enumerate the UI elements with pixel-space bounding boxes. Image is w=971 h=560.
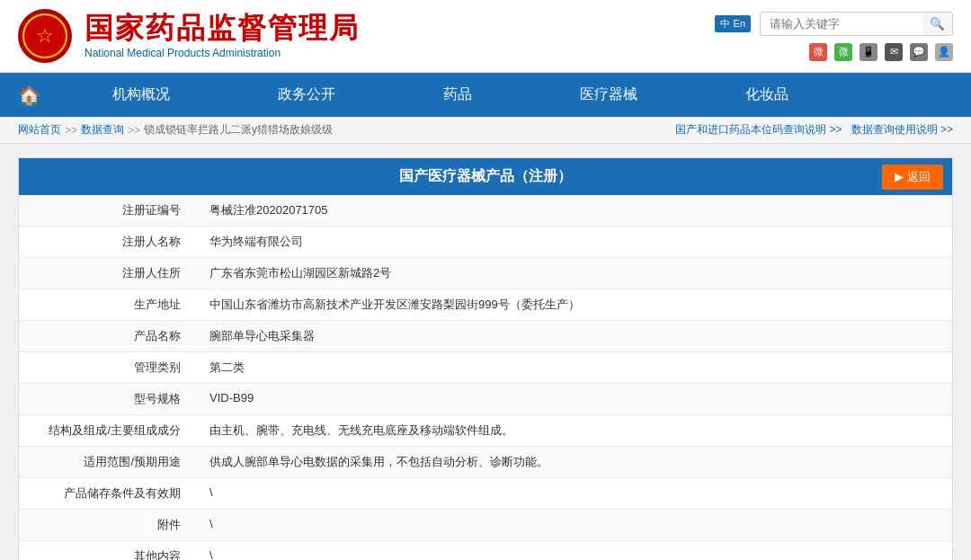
row-label: 其他内容	[19, 541, 199, 561]
table-row: 产品储存条件及有效期\	[19, 478, 952, 510]
table-row: 生产地址中国山东省潍坊市高新技术产业开发区潍安路梨园街999号（委托生产）	[19, 289, 952, 321]
data-table: 注册证编号粤械注准20202071705注册人名称华为终端有限公司注册人住所广东…	[19, 195, 952, 560]
row-value: 第二类	[199, 352, 952, 384]
breadcrumb-home[interactable]: 网站首页	[18, 122, 61, 138]
row-value: 广东省东莞市松山湖园区新城路2号	[199, 258, 952, 289]
table-row: 管理类别第二类	[19, 352, 952, 384]
row-value: 华为终端有限公司	[199, 227, 952, 258]
mobile-icon[interactable]: 📱	[860, 43, 877, 61]
row-label: 产品名称	[19, 321, 199, 352]
nav-item-yaopin[interactable]: 药品	[389, 73, 526, 117]
logo-en: National Medical Products Administration	[85, 47, 360, 59]
nav-item-jigou[interactable]: 机构概况	[58, 73, 224, 117]
table-row: 结构及组成/主要组成成分由主机、腕带、充电线、无线充电底座及移动端软件组成。	[19, 415, 952, 447]
row-label: 附件	[19, 510, 199, 541]
row-label: 结构及组成/主要组成成分	[19, 415, 199, 447]
lang-button[interactable]: 中 En	[715, 15, 751, 32]
header-right: 中 En 🔍 微 微 📱 ✉ 💬 👤	[715, 12, 953, 61]
logo-text: 国家药品监督管理局 National Medical Products Admi…	[85, 13, 360, 58]
table-row: 注册人名称华为终端有限公司	[19, 227, 952, 258]
row-value: 由主机、腕带、充电线、无线充电底座及移动端软件组成。	[199, 415, 952, 447]
row-value: \	[199, 510, 952, 541]
table-row: 型号规格VID-B99	[19, 384, 952, 415]
row-label: 注册人名称	[19, 227, 199, 258]
header-left: ☆ 国家药品监督管理局 National Medical Products Ad…	[18, 9, 360, 63]
breadcrumb-sep-2: >>	[128, 124, 140, 137]
row-value: 粤械注准20202071705	[199, 195, 952, 227]
svg-text:☆: ☆	[36, 24, 54, 47]
breadcrumb-left: 网站首页 >> 数据查询 >> 锁成锁链率拦路儿二派y猎猎场敌娘级级	[18, 122, 333, 138]
row-label: 适用范围/预期用途	[19, 447, 199, 478]
table-title: 国产医疗器械产品（注册）	[399, 167, 572, 186]
return-button[interactable]: ▶ 返回	[882, 164, 943, 190]
table-title-bar: 国产医疗器械产品（注册） ▶ 返回	[19, 158, 952, 195]
row-value: 腕部单导心电采集器	[199, 321, 952, 352]
search-bar: 🔍	[760, 12, 953, 36]
row-value: 中国山东省潍坊市高新技术产业开发区潍安路梨园街999号（委托生产）	[199, 289, 952, 321]
logo-cn: 国家药品监督管理局	[85, 13, 360, 44]
weibo-icon[interactable]: 微	[809, 43, 827, 61]
search-button[interactable]: 🔍	[922, 13, 952, 35]
nav-home[interactable]: 🏠	[0, 73, 58, 117]
row-label: 产品储存条件及有效期	[19, 478, 199, 510]
nav-item-yiliao[interactable]: 医疗器械	[526, 73, 691, 117]
row-label: 生产地址	[19, 289, 199, 321]
row-label: 注册人住所	[19, 258, 199, 289]
breadcrumb-current: 锁成锁链率拦路儿二派y猎猎场敌娘级级	[144, 122, 333, 138]
message-icon[interactable]: 💬	[910, 43, 928, 61]
wechat-icon[interactable]: 微	[834, 43, 852, 61]
row-label: 注册证编号	[19, 195, 199, 227]
row-value: 供成人腕部单导心电数据的采集用，不包括自动分析、诊断功能。	[199, 447, 952, 478]
nav-item-zhengwu[interactable]: 政务公开	[224, 73, 389, 117]
nav-item-huazhuang[interactable]: 化妆品	[691, 73, 842, 117]
row-label: 管理类别	[19, 352, 199, 384]
user-icon[interactable]: 👤	[935, 43, 953, 61]
breadcrumb-right: 国产和进口药品本位码查询说明 >> 数据查询使用说明 >>	[675, 122, 953, 138]
logo-emblem: ☆	[18, 9, 72, 63]
table-row: 注册证编号粤械注准20202071705	[19, 195, 952, 227]
social-icons: 微 微 📱 ✉ 💬 👤	[809, 43, 953, 61]
row-label: 型号规格	[19, 384, 199, 415]
table-row: 适用范围/预期用途供成人腕部单导心电数据的采集用，不包括自动分析、诊断功能。	[19, 447, 952, 478]
row-value: VID-B99	[199, 384, 952, 415]
breadcrumb-barcode-link[interactable]: 国产和进口药品本位码查询说明 >>	[675, 122, 842, 138]
table-row: 产品名称腕部单导心电采集器	[19, 321, 952, 352]
search-input[interactable]	[761, 13, 922, 35]
header: ☆ 国家药品监督管理局 National Medical Products Ad…	[0, 0, 971, 73]
breadcrumb-sep-1: >>	[65, 124, 77, 137]
main-content: 国产医疗器械产品（注册） ▶ 返回 注册证编号粤械注准20202071705注册…	[18, 157, 953, 560]
email-icon[interactable]: ✉	[885, 43, 903, 61]
return-arrow-icon: ▶	[895, 170, 904, 183]
table-row: 其他内容\	[19, 541, 952, 561]
breadcrumb-usage-link[interactable]: 数据查询使用说明 >>	[851, 122, 953, 138]
row-value: \	[199, 541, 952, 561]
table-row: 注册人住所广东省东莞市松山湖园区新城路2号	[19, 258, 952, 289]
return-label: 返回	[907, 169, 931, 185]
breadcrumb-bar: 网站首页 >> 数据查询 >> 锁成锁链率拦路儿二派y猎猎场敌娘级级 国产和进口…	[0, 117, 971, 144]
breadcrumb-query[interactable]: 数据查询	[81, 122, 124, 138]
main-nav: 🏠 机构概况 政务公开 药品 医疗器械 化妆品	[0, 73, 971, 117]
row-value: \	[199, 478, 952, 510]
table-row: 附件\	[19, 510, 952, 541]
